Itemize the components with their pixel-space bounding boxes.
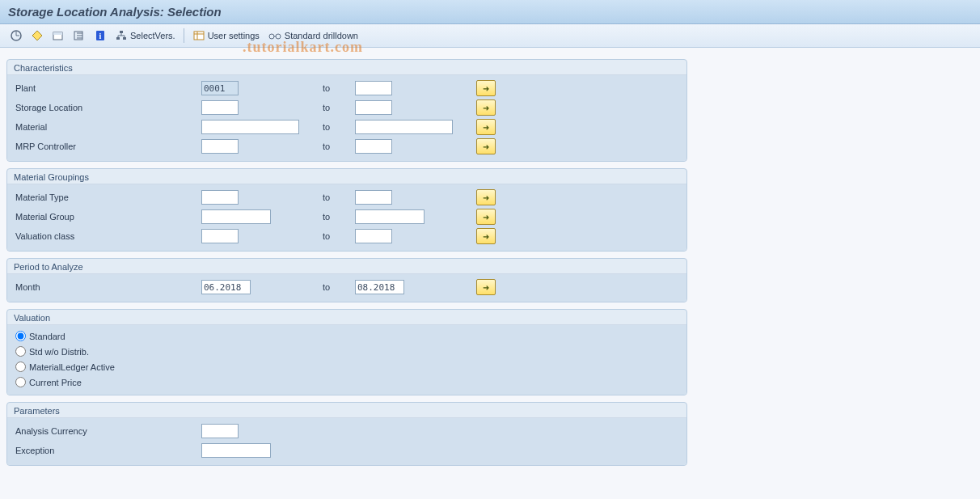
diamond-icon [31, 29, 44, 42]
execute-button[interactable] [6, 27, 26, 44]
to-label: to [323, 122, 355, 132]
group-material-groupings: Material Groupings Material Type to Mate… [6, 168, 687, 252]
label-month: Month [12, 282, 201, 292]
mtype-multiple-selection-button[interactable] [476, 189, 496, 205]
svg-rect-14 [123, 37, 126, 40]
svg-rect-12 [120, 31, 123, 33]
mrp-multiple-selection-button[interactable] [476, 138, 496, 154]
month-multiple-selection-button[interactable] [476, 279, 496, 295]
group-period: Period to Analyze Month to [6, 258, 687, 302]
row-exception: Exception [12, 441, 682, 460]
user-settings-label: User settings [208, 31, 260, 40]
radio-current-price[interactable]: Current Price [12, 374, 682, 390]
label-storloc: Storage Location [12, 103, 201, 112]
radio-std-wo-distrib[interactable]: Std w/o Distrib. [12, 344, 682, 359]
svg-point-22 [269, 34, 274, 39]
folder-open-icon [52, 29, 65, 42]
svg-rect-5 [53, 32, 62, 35]
storloc-multiple-selection-button[interactable] [476, 99, 496, 116]
mrp-to-input[interactable] [355, 139, 392, 154]
label-plant: Plant [12, 83, 201, 93]
row-valuation-class: Valuation class to [12, 226, 682, 246]
valcls-multiple-selection-button[interactable] [476, 228, 496, 244]
info-button[interactable]: i [91, 27, 110, 44]
label-analysis-currency: Analysis Currency [12, 426, 201, 436]
info-icon: i [94, 29, 107, 42]
execute-print-button[interactable] [27, 27, 47, 44]
row-storage-location: Storage Location to [12, 98, 682, 117]
label-material: Material [12, 122, 201, 132]
radio-ml-label: MaterialLedger Active [29, 362, 115, 372]
standard-drilldown-button[interactable]: Standard drilldown [264, 27, 361, 44]
to-label: to [323, 83, 355, 93]
label-mrp: MRP Controller [12, 142, 201, 151]
selection-screen: Characteristics Plant to Storage Locatio… [0, 48, 980, 488]
selection-options-button[interactable] [70, 27, 89, 44]
radio-cp-label: Current Price [29, 378, 82, 387]
storloc-to-input[interactable] [355, 100, 392, 115]
to-label: to [323, 142, 355, 151]
get-variant-button[interactable] [49, 27, 68, 44]
analysis-currency-input[interactable] [201, 424, 239, 438]
material-to-input[interactable] [355, 120, 453, 134]
to-label: to [323, 212, 355, 222]
svg-rect-13 [116, 37, 120, 40]
svg-text:i: i [99, 32, 102, 40]
mgroup-from-input[interactable] [201, 209, 271, 224]
valcls-to-input[interactable] [355, 229, 392, 243]
mgroup-multiple-selection-button[interactable] [476, 209, 496, 225]
user-settings-button[interactable]: User settings [189, 27, 263, 44]
glasses-icon [268, 29, 282, 42]
radio-stdwo-label: Std w/o Distrib. [29, 347, 89, 357]
radio-cp-input[interactable] [15, 377, 26, 387]
month-to-input[interactable] [355, 280, 404, 294]
row-plant: Plant to [12, 78, 682, 98]
svg-point-23 [276, 34, 281, 39]
to-label: to [323, 282, 355, 292]
group-title: Period to Analyze [7, 259, 686, 273]
exception-input[interactable] [201, 443, 271, 458]
to-label: to [323, 103, 355, 112]
row-analysis-currency: Analysis Currency [12, 421, 682, 441]
radio-standard-label: Standard [29, 332, 65, 341]
mtype-to-input[interactable] [355, 190, 392, 205]
month-from-input[interactable] [201, 280, 251, 294]
group-title: Parameters [7, 403, 686, 417]
valcls-from-input[interactable] [201, 229, 239, 243]
row-material-group: Material Group to [12, 207, 682, 226]
to-label: to [323, 231, 355, 241]
to-label: to [323, 192, 355, 202]
radio-ml-input[interactable] [15, 362, 26, 372]
plant-from-input[interactable] [201, 81, 239, 95]
hierarchy-icon [115, 29, 128, 42]
storloc-from-input[interactable] [201, 100, 239, 115]
table-settings-icon [192, 29, 205, 42]
radio-stdwo-input[interactable] [15, 346, 26, 357]
group-title: Material Groupings [7, 169, 686, 184]
radio-standard[interactable]: Standard [12, 328, 682, 344]
svg-marker-3 [32, 31, 42, 40]
mgroup-to-input[interactable] [355, 209, 425, 224]
radio-standard-input[interactable] [15, 331, 26, 341]
application-toolbar: i SelectVers. User settings Standard dri… [0, 24, 980, 48]
select-version-label: SelectVers. [130, 31, 175, 40]
row-month: Month to [12, 277, 682, 297]
selection-icon [73, 29, 86, 42]
group-characteristics: Characteristics Plant to Storage Locatio… [6, 59, 687, 162]
toolbar-separator [184, 28, 184, 43]
radio-material-ledger[interactable]: MaterialLedger Active [12, 359, 682, 374]
row-material-type: Material Type to [12, 188, 682, 207]
select-version-button[interactable]: SelectVers. [112, 27, 179, 44]
mtype-from-input[interactable] [201, 190, 239, 205]
material-multiple-selection-button[interactable] [476, 119, 496, 135]
group-parameters: Parameters Analysis Currency Exception [6, 402, 687, 466]
plant-to-input[interactable] [355, 81, 392, 95]
label-mtype: Material Type [12, 192, 201, 202]
group-title: Valuation [7, 310, 686, 324]
material-from-input[interactable] [201, 120, 299, 134]
mrp-from-input[interactable] [201, 139, 239, 154]
group-title: Characteristics [7, 60, 686, 74]
svg-rect-19 [194, 32, 204, 40]
plant-multiple-selection-button[interactable] [476, 80, 496, 96]
label-valcls: Valuation class [12, 231, 201, 241]
